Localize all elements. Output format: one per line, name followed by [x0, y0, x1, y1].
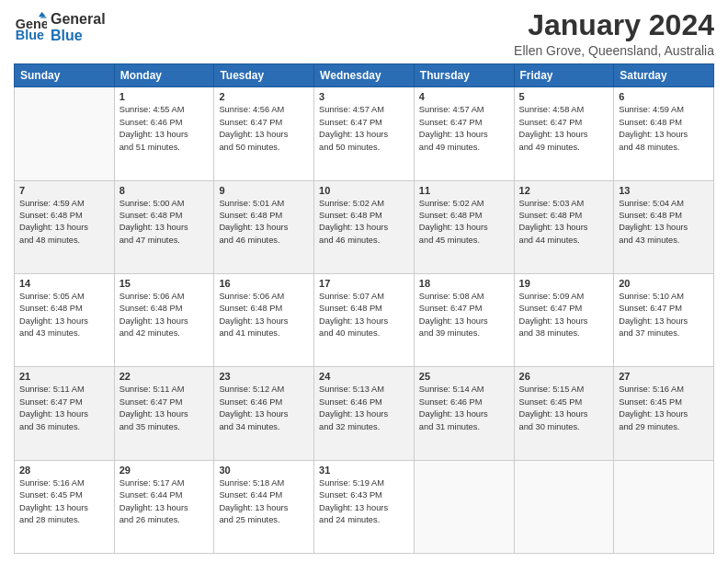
day-number: 7 [19, 185, 109, 196]
day-number: 3 [319, 91, 409, 102]
day-number: 1 [119, 91, 210, 102]
day-number: 12 [519, 185, 609, 196]
calendar-day-cell: 6Sunrise: 4:59 AMSunset: 6:48 PMDaylight… [614, 87, 714, 180]
day-number: 6 [619, 91, 709, 102]
day-info: Sunrise: 5:06 AMSunset: 6:48 PMDaylight:… [119, 291, 210, 340]
day-info: Sunrise: 4:57 AMSunset: 6:47 PMDaylight:… [419, 104, 509, 154]
calendar-day-cell: 7Sunrise: 4:59 AMSunset: 6:48 PMDaylight… [15, 180, 115, 273]
day-info: Sunrise: 5:02 AMSunset: 6:48 PMDaylight:… [319, 198, 409, 247]
day-number: 15 [119, 278, 210, 289]
calendar-day-cell: 25Sunrise: 5:14 AMSunset: 6:46 PMDayligh… [414, 367, 514, 460]
day-number: 4 [419, 91, 509, 102]
day-info: Sunrise: 4:58 AMSunset: 6:47 PMDaylight:… [519, 104, 609, 154]
day-number: 13 [619, 185, 709, 196]
day-info: Sunrise: 5:06 AMSunset: 6:48 PMDaylight:… [219, 291, 309, 340]
calendar-day-cell: 24Sunrise: 5:13 AMSunset: 6:46 PMDayligh… [314, 367, 415, 460]
day-info: Sunrise: 5:11 AMSunset: 6:47 PMDaylight:… [119, 384, 210, 433]
day-number: 19 [519, 278, 609, 289]
calendar-day-cell: 26Sunrise: 5:15 AMSunset: 6:45 PMDayligh… [514, 367, 614, 460]
day-info: Sunrise: 4:59 AMSunset: 6:48 PMDaylight:… [19, 198, 109, 247]
day-number: 8 [119, 185, 210, 196]
day-number: 24 [319, 371, 409, 382]
logo-line1: General [51, 11, 106, 28]
logo-icon: General Blue [14, 10, 47, 43]
logo-line2: Blue [51, 28, 106, 44]
day-info: Sunrise: 5:11 AMSunset: 6:47 PMDaylight:… [19, 384, 109, 433]
day-info: Sunrise: 5:04 AMSunset: 6:48 PMDaylight:… [619, 198, 709, 247]
day-number: 28 [19, 465, 109, 476]
day-info: Sunrise: 5:05 AMSunset: 6:48 PMDaylight:… [19, 291, 109, 340]
day-info: Sunrise: 4:57 AMSunset: 6:47 PMDaylight:… [319, 104, 409, 154]
day-number: 22 [119, 371, 210, 382]
day-number: 31 [319, 465, 409, 476]
calendar-weekday-header: Sunday [15, 64, 115, 87]
calendar-day-cell: 28Sunrise: 5:16 AMSunset: 6:45 PMDayligh… [15, 460, 115, 553]
calendar-day-cell: 17Sunrise: 5:07 AMSunset: 6:48 PMDayligh… [314, 273, 415, 366]
day-info: Sunrise: 5:02 AMSunset: 6:48 PMDaylight:… [419, 198, 509, 247]
calendar-day-cell: 10Sunrise: 5:02 AMSunset: 6:48 PMDayligh… [314, 180, 415, 273]
calendar-day-cell: 21Sunrise: 5:11 AMSunset: 6:47 PMDayligh… [15, 367, 115, 460]
title-block: January 2024 Ellen Grove, Queensland, Au… [514, 9, 714, 58]
day-info: Sunrise: 5:15 AMSunset: 6:45 PMDaylight:… [519, 384, 609, 433]
calendar-weekday-header: Thursday [414, 64, 514, 87]
calendar-day-cell [514, 460, 614, 553]
day-number: 18 [419, 278, 509, 289]
calendar-day-cell: 11Sunrise: 5:02 AMSunset: 6:48 PMDayligh… [414, 180, 514, 273]
calendar-day-cell [15, 87, 115, 180]
calendar-week-row: 14Sunrise: 5:05 AMSunset: 6:48 PMDayligh… [15, 273, 714, 366]
day-info: Sunrise: 5:12 AMSunset: 6:46 PMDaylight:… [219, 384, 309, 433]
calendar-day-cell: 20Sunrise: 5:10 AMSunset: 6:47 PMDayligh… [614, 273, 714, 366]
calendar-week-row: 21Sunrise: 5:11 AMSunset: 6:47 PMDayligh… [15, 367, 714, 460]
day-number: 30 [219, 465, 309, 476]
calendar-day-cell: 30Sunrise: 5:18 AMSunset: 6:44 PMDayligh… [214, 460, 314, 553]
calendar-weekday-header: Tuesday [214, 64, 314, 87]
calendar-day-cell: 27Sunrise: 5:16 AMSunset: 6:45 PMDayligh… [614, 367, 714, 460]
day-number: 16 [219, 278, 309, 289]
calendar-day-cell: 2Sunrise: 4:56 AMSunset: 6:47 PMDaylight… [214, 87, 314, 180]
day-info: Sunrise: 4:55 AMSunset: 6:46 PMDaylight:… [119, 104, 210, 154]
day-info: Sunrise: 4:56 AMSunset: 6:47 PMDaylight:… [219, 104, 309, 154]
day-info: Sunrise: 5:16 AMSunset: 6:45 PMDaylight:… [19, 477, 109, 527]
svg-text:Blue: Blue [16, 28, 44, 42]
day-number: 5 [519, 91, 609, 102]
day-info: Sunrise: 5:13 AMSunset: 6:46 PMDaylight:… [319, 384, 409, 433]
page-title: January 2024 [514, 9, 714, 41]
calendar-day-cell: 18Sunrise: 5:08 AMSunset: 6:47 PMDayligh… [414, 273, 514, 366]
day-info: Sunrise: 5:03 AMSunset: 6:48 PMDaylight:… [519, 198, 609, 247]
page-subtitle: Ellen Grove, Queensland, Australia [514, 43, 714, 58]
calendar-day-cell: 9Sunrise: 5:01 AMSunset: 6:48 PMDaylight… [214, 180, 314, 273]
page: General Blue General Blue January 2024 E… [0, 0, 728, 563]
day-info: Sunrise: 5:14 AMSunset: 6:46 PMDaylight:… [419, 384, 509, 433]
calendar-day-cell: 16Sunrise: 5:06 AMSunset: 6:48 PMDayligh… [214, 273, 314, 366]
day-number: 21 [19, 371, 109, 382]
calendar-weekday-header: Wednesday [314, 64, 415, 87]
day-info: Sunrise: 5:17 AMSunset: 6:44 PMDaylight:… [119, 477, 210, 527]
day-info: Sunrise: 5:00 AMSunset: 6:48 PMDaylight:… [119, 198, 210, 247]
calendar-day-cell: 29Sunrise: 5:17 AMSunset: 6:44 PMDayligh… [114, 460, 214, 553]
day-info: Sunrise: 5:08 AMSunset: 6:47 PMDaylight:… [419, 291, 509, 340]
day-info: Sunrise: 5:10 AMSunset: 6:47 PMDaylight:… [619, 291, 709, 340]
calendar-day-cell: 23Sunrise: 5:12 AMSunset: 6:46 PMDayligh… [214, 367, 314, 460]
calendar-day-cell: 15Sunrise: 5:06 AMSunset: 6:48 PMDayligh… [114, 273, 214, 366]
calendar-day-cell: 14Sunrise: 5:05 AMSunset: 6:48 PMDayligh… [15, 273, 115, 366]
calendar-week-row: 28Sunrise: 5:16 AMSunset: 6:45 PMDayligh… [15, 460, 714, 553]
calendar-weekday-header: Friday [514, 64, 614, 87]
day-info: Sunrise: 5:07 AMSunset: 6:48 PMDaylight:… [319, 291, 409, 340]
day-number: 11 [419, 185, 509, 196]
calendar-day-cell: 3Sunrise: 4:57 AMSunset: 6:47 PMDaylight… [314, 87, 415, 180]
day-number: 26 [519, 371, 609, 382]
calendar-day-cell: 13Sunrise: 5:04 AMSunset: 6:48 PMDayligh… [614, 180, 714, 273]
day-number: 29 [119, 465, 210, 476]
day-info: Sunrise: 5:09 AMSunset: 6:47 PMDaylight:… [519, 291, 609, 340]
day-number: 25 [419, 371, 509, 382]
calendar-weekday-header: Saturday [614, 64, 714, 87]
calendar-day-cell: 8Sunrise: 5:00 AMSunset: 6:48 PMDaylight… [114, 180, 214, 273]
day-number: 2 [219, 91, 309, 102]
calendar-weekday-header: Monday [114, 64, 214, 87]
day-info: Sunrise: 5:18 AMSunset: 6:44 PMDaylight:… [219, 477, 309, 527]
day-number: 23 [219, 371, 309, 382]
calendar-day-cell: 5Sunrise: 4:58 AMSunset: 6:47 PMDaylight… [514, 87, 614, 180]
calendar-day-cell [614, 460, 714, 553]
day-info: Sunrise: 5:19 AMSunset: 6:43 PMDaylight:… [319, 477, 409, 527]
logo: General Blue General Blue [14, 9, 106, 43]
